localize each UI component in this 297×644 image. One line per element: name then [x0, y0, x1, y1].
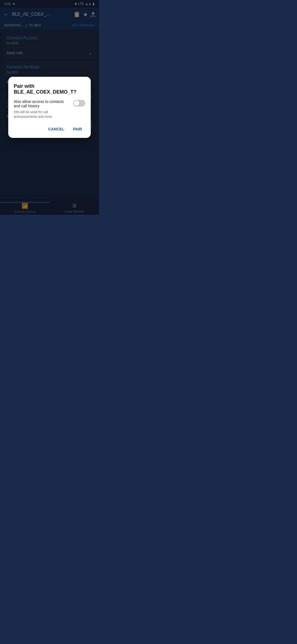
contacts-toggle[interactable]: [73, 100, 85, 107]
toggle-thumb: [74, 100, 79, 106]
pair-dialog: Pair with BLE_AE_COEX_DEMO_T? Also allow…: [8, 77, 91, 138]
cancel-button[interactable]: Cancel: [45, 125, 67, 133]
pair-button[interactable]: Pair: [70, 125, 85, 133]
dialog-overlay: Pair with BLE_AE_COEX_DEMO_T? Also allow…: [0, 0, 99, 215]
dialog-body: Also allow access to contacts and call h…: [14, 99, 85, 119]
dialog-sub-text: Info will be used for call announcements…: [14, 110, 70, 119]
dialog-main-text: Also allow access to contacts and call h…: [14, 99, 70, 108]
dialog-text-area: Also allow access to contacts and call h…: [14, 99, 70, 119]
dialog-actions: Cancel Pair: [14, 125, 85, 133]
dialog-title: Pair with BLE_AE_COEX_DEMO_T?: [14, 83, 85, 95]
